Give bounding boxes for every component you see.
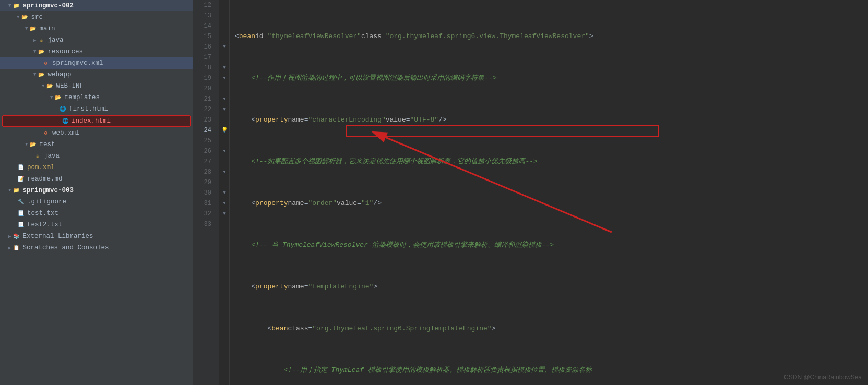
expand-arrow: ▼ <box>50 95 53 100</box>
line-num: 29 <box>193 177 215 188</box>
line-num: 24 <box>193 125 215 136</box>
sidebar-item-scratches[interactable]: ▶ 📋 Scratches and Consoles <box>0 242 193 254</box>
line-num: 21 <box>193 94 215 104</box>
html-icon: 🌐 <box>61 117 69 125</box>
expand-arrow: ▼ <box>17 15 19 20</box>
line-num: 22 <box>193 104 215 115</box>
sidebar-item-test[interactable]: ▼ 📂 test <box>0 139 193 150</box>
sidebar-item-main[interactable]: ▼ 📂 main <box>0 23 193 34</box>
sidebar-item-webapp[interactable]: ▼ 📂 webapp <box>0 69 193 80</box>
watermark: CSDN @ChinaRainbowSea <box>784 374 862 381</box>
sidebar-item-gitignore[interactable]: 🔧 .gitignore <box>0 196 193 208</box>
gutter-fold: ▼ <box>219 188 230 198</box>
sidebar-item-java-test[interactable]: ☕ java <box>0 150 193 162</box>
sidebar-item-label: springmvc.xml <box>52 59 103 67</box>
code-line-15: <!--如果配置多个视图解析器，它来决定优先使用哪个视图解析器，它的值越小优先级… <box>235 157 868 167</box>
sidebar-item-test-txt[interactable]: 📃 test.txt <box>0 208 193 219</box>
sidebar-item-label: test2.txt <box>27 221 63 228</box>
sidebar-item-label: springmvc-003 <box>22 187 74 194</box>
folder-icon: 📁 <box>12 2 20 10</box>
line-num: 26 <box>193 146 215 157</box>
gutter-fold <box>219 0 230 10</box>
folder-icon: 📂 <box>29 25 37 33</box>
gutter-item <box>219 136 230 146</box>
expand-arrow: ▶ <box>33 38 36 43</box>
sidebar-item-label: resources <box>47 48 83 55</box>
sidebar-item-web-xml[interactable]: ⚙ web.xml <box>0 127 193 139</box>
sidebar-item-springmvc-xml[interactable]: ⚙ springmvc.xml <box>0 57 193 69</box>
code-line-18: <property name="templateEngine"> <box>235 282 868 292</box>
gutter-item <box>219 115 230 125</box>
sidebar-item-templates[interactable]: ▼ 📂 templates <box>0 92 193 103</box>
line-num: 23 <box>193 115 215 125</box>
sidebar-item-springmvc-002[interactable]: ▼ 📁 springmvc-002 <box>0 0 193 11</box>
folder-icon: 📚 <box>12 232 20 240</box>
expand-arrow: ▼ <box>42 83 44 89</box>
line-num: 28 <box>193 167 215 177</box>
sidebar-item-label: first.html <box>69 105 108 113</box>
sidebar-item-label: readme.md <box>27 175 63 183</box>
sidebar-item-label: Scratches and Consoles <box>22 244 109 251</box>
expand-arrow: ▼ <box>33 49 36 54</box>
sidebar-item-resources[interactable]: ▼ 📂 resources <box>0 46 193 57</box>
gutter-fold: ▼ <box>219 167 230 177</box>
html-icon: 🌐 <box>58 105 67 113</box>
md-icon: 📝 <box>17 175 25 183</box>
line-num: 27 <box>193 157 215 167</box>
sidebar-item-label: External Libraries <box>22 233 93 240</box>
xml-icon: ⚙ <box>42 59 50 67</box>
sidebar-item-web-inf[interactable]: ▼ 📂 WEB-INF <box>0 80 193 92</box>
line-num: 15 <box>193 31 215 42</box>
sidebar-item-label: src <box>31 14 43 21</box>
gutter-fold: ▼ <box>219 63 230 73</box>
expand-arrow: ▼ <box>25 142 28 147</box>
project-tree[interactable]: ▼ 📁 springmvc-002 ▼ 📂 src ▼ 📂 main ▶ ☕ j… <box>0 0 193 385</box>
line-num: 20 <box>193 83 215 94</box>
code-line-13: <!--作用于视图渲染的过程中，可以设置视图渲染后输出时采用的编码字符集--> <box>235 73 868 83</box>
line-num: 31 <box>193 198 215 209</box>
code-line-20: <!--用于指定 ThymLeaf 模板引擎使用的模板解析器。模板解析器负责根据… <box>235 365 868 376</box>
sidebar-item-ext-libraries[interactable]: ▶ 📚 External Libraries <box>0 231 193 242</box>
code-line-17: <!-- 当 ThymeleafViewResolver 渲染模板时，会使用该模… <box>235 240 868 250</box>
folder-icon: 📂 <box>37 70 45 79</box>
line-num: 17 <box>193 52 215 63</box>
code-line-16: <property name="order" value="1"/> <box>235 198 868 209</box>
gutter-fold: ▼ <box>219 198 230 209</box>
gutter-item <box>219 177 230 188</box>
code-content[interactable]: <bean id="thymeleafViewResolver" class="… <box>230 0 868 385</box>
gutter-fold: ▼ <box>219 209 230 219</box>
folder-icon: 📋 <box>12 244 20 252</box>
sidebar-item-src[interactable]: ▼ 📂 src <box>0 11 193 23</box>
gutter-item <box>219 10 230 21</box>
line-num: 12 <box>193 0 215 10</box>
sidebar-item-index-html[interactable]: 🌐 index.html <box>2 115 191 127</box>
gutter-fold: ▼ <box>219 42 230 52</box>
expand-arrow: ▼ <box>33 72 36 77</box>
line-numbers-gutter: 12 13 14 15 16 17 18 19 20 21 22 23 24 2… <box>193 0 219 385</box>
code-line-14: <property name="characterEncoding" value… <box>235 115 868 125</box>
line-num: 30 <box>193 188 215 198</box>
sidebar-item-pom[interactable]: 📄 pom.xml <box>0 162 193 173</box>
folder-icon: 📂 <box>54 93 62 102</box>
sidebar-item-first-html[interactable]: 🌐 first.html <box>0 103 193 115</box>
gutter-item <box>219 219 230 230</box>
editor-area: 12 13 14 15 16 17 18 19 20 21 22 23 24 2… <box>193 0 868 385</box>
sidebar-item-label: templates <box>64 94 100 101</box>
gitignore-icon: 🔧 <box>17 198 25 206</box>
gutter-fold: ▼ <box>219 146 230 157</box>
line-num: 32 <box>193 209 215 219</box>
sidebar-item-test2-txt[interactable]: 📃 test2.txt <box>0 219 193 231</box>
sidebar-item-label: test <box>39 141 55 148</box>
gutter-item: 💡 <box>219 125 230 136</box>
sidebar-item-label: webapp <box>47 71 71 78</box>
sidebar-item-readme[interactable]: 📝 readme.md <box>0 173 193 185</box>
gutter-item <box>219 21 230 31</box>
code-line-12: <bean id="thymeleafViewResolver" class="… <box>235 31 868 42</box>
gutter-fold: ▼ <box>219 94 230 104</box>
expand-arrow: ▼ <box>8 3 11 8</box>
sidebar-item-java[interactable]: ▶ ☕ java <box>0 34 193 46</box>
txt-icon: 📃 <box>17 221 25 229</box>
sidebar-item-label: index.html <box>72 117 111 125</box>
sidebar-item-springmvc-003[interactable]: ▼ 📁 springmvc-003 <box>0 185 193 196</box>
code-line-19: <bean class="org.thymeleaf.spring6.Sprin… <box>235 323 868 334</box>
